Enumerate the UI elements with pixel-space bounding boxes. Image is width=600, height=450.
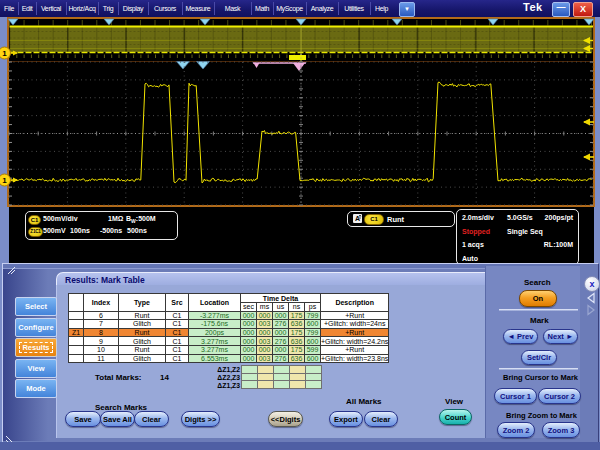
cell: 000 [257,328,273,337]
delta-cell [242,366,258,374]
dialog-grip-topleft[interactable] [7,266,16,275]
save-all-button[interactable]: Save All [100,411,135,427]
panel-prev-icon[interactable] [588,294,594,303]
table-row[interactable]: 9GlitchC13.277ms000003276636600+Glitch: … [69,337,389,346]
delta-cell [290,381,306,389]
sample-rate: 5.0GS/s [507,214,533,221]
channel1-badge: C1 [28,215,41,225]
table-row[interactable]: 11GlitchC16.553ms000003276636600+Glitch:… [69,354,389,363]
cell: 000 [273,345,289,354]
cell [69,337,84,346]
acq-count: 1 acqs [462,241,484,248]
clear-all-marks-button[interactable]: Clear [364,411,398,427]
cell: 799 [305,311,321,320]
results-dialog: Results: Mark Table SelectConfigureResul… [2,263,599,444]
search-on-button[interactable]: On [519,290,557,307]
col-time-delta: Time Delta [241,294,321,303]
delta-cell [274,381,290,389]
tab-mode[interactable]: Mode [15,379,57,398]
cell: 175 [289,345,305,354]
cell: 003 [257,320,273,329]
table-row[interactable]: 10RuntC13.277ms000000000175599+Runt [69,345,389,354]
cell: +Runt [321,345,389,354]
cell: 11 [84,354,119,363]
cell: 10 [84,345,119,354]
cell: 000 [241,328,257,337]
delta-label: ΔZ2,Z3 [206,374,240,381]
set-clear-button[interactable]: Set/Clr [521,350,557,365]
zoom2-button[interactable]: Zoom 2 [497,422,535,438]
col-unit-ps: ps [305,303,321,312]
cell: 000 [241,354,257,363]
digits-collapse-button[interactable]: <<Digits [268,411,303,427]
trigger-type: Runt [387,215,404,224]
dialog-close-button[interactable]: x [584,276,600,292]
zoom-off2: 500ns [127,227,147,234]
prev-mark-button[interactable]: ◄ Prev [503,329,538,344]
delta-cell [242,373,258,381]
zoom-tscale: 100ns [70,227,90,234]
cell: 000 [273,328,289,337]
cell: 000 [241,345,257,354]
cell: +Glitch: width=23.8ns [321,354,389,363]
cell: 000 [241,320,257,329]
mark-label: Mark [530,316,549,325]
cell: 003 [257,354,273,363]
cell: 276 [273,320,289,329]
zoom3-button[interactable]: Zoom 3 [542,422,580,438]
cell: +Glitch: width=24ns [321,320,389,329]
table-row[interactable]: 6RuntC1-3.277ms000000000175799+Runt [69,311,389,320]
delta-label: ΔZ1,Z2 [206,366,240,373]
record-length: RL:100M [544,241,573,248]
delta-cell [258,366,274,374]
trigger-edge-arrow-path [359,215,361,219]
next-mark-button[interactable]: Next ► [543,329,578,344]
cell: Z1 [69,328,84,337]
tab-configure[interactable]: Configure [15,318,57,337]
cell: 636 [289,320,305,329]
acq-mode: Single Seq [507,228,543,235]
cell: Runt [119,345,166,354]
tab-select[interactable]: Select [15,297,57,316]
delta-label: ΔZ1,Z3 [206,382,240,389]
cursor1-button[interactable]: Cursor 1 [494,388,537,404]
save-button[interactable]: Save [65,411,101,427]
cell: Glitch [119,320,166,329]
delta-grid [241,365,322,389]
tab-label: Results [20,343,51,352]
cell: +Runt [321,311,389,320]
total-marks-value: 14 [160,373,169,382]
cell: Runt [119,311,166,320]
cell: -175.6ns [189,320,241,329]
app-bottom-band [0,442,600,450]
cell: 599 [305,345,321,354]
cell [69,311,84,320]
cell: -3.277ms [189,311,241,320]
col-src: Src [166,294,189,312]
channel-readout-box: C1 500mV/div 1MΩ BW:500M Z1C1 500mV 100n… [25,211,178,240]
cell [69,320,84,329]
panel-nav-arrows[interactable] [584,292,598,320]
tab-view[interactable]: View [15,359,57,378]
panel-next-icon[interactable] [588,306,594,315]
col-unit-ms: ms [257,303,273,312]
col-description: Description [321,294,389,312]
tab-results[interactable]: Results [15,338,57,357]
cell: Runt [119,328,166,337]
digits-expand-button[interactable]: Digits >> [181,411,220,427]
timebase: 2.0ms/div [462,214,494,221]
cell: 600 [305,354,321,363]
cell: 6 [84,311,119,320]
zoom-off1: -500ns [100,227,122,234]
clear-search-marks-button[interactable]: Clear [134,411,169,427]
cell: 7 [84,320,119,329]
cell: Glitch [119,354,166,363]
table-row[interactable]: 7GlitchC1-175.6ns000003276636600+Glitch:… [69,320,389,329]
table-row[interactable]: Z18RuntC1200ps000000000175799+Runt [69,328,389,337]
cell: 000 [273,311,289,320]
export-button[interactable]: Export [329,411,363,427]
cursor2-button[interactable]: Cursor 2 [538,388,581,404]
zoom-box-indicator [289,55,306,60]
count-button[interactable]: Count [439,409,472,425]
col-unit-ns: ns [289,303,305,312]
